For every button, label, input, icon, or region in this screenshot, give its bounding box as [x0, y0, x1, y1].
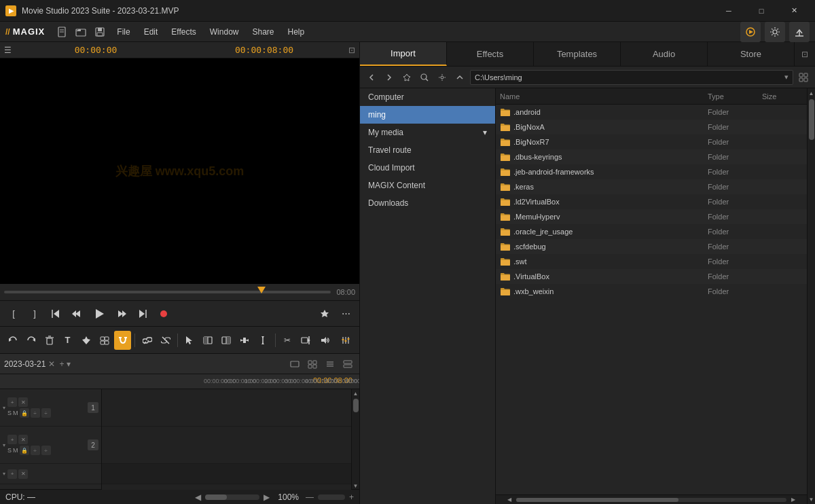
track-lock-1[interactable]: 🔒 — [20, 408, 29, 418]
track-remove-button-3[interactable]: ✕ — [18, 469, 28, 479]
expand-preview-icon[interactable]: ⊡ — [348, 46, 355, 55]
vscroll-up-arrow[interactable]: ▲ — [808, 88, 816, 98]
play-button[interactable] — [88, 303, 110, 325]
track-collapse-1[interactable]: ▾ — [3, 405, 5, 411]
search-browser-button[interactable] — [417, 70, 432, 85]
menu-help[interactable]: Help — [281, 24, 312, 39]
scroll-up-arrow[interactable]: ▲ — [352, 389, 360, 397]
forward-button[interactable] — [382, 70, 397, 85]
link-button[interactable] — [139, 331, 156, 350]
tab-store[interactable]: Store — [708, 42, 795, 66]
menu-share[interactable]: Share — [245, 24, 280, 39]
zoom-in-button[interactable]: + — [349, 492, 354, 502]
settings-icon[interactable] — [765, 22, 785, 42]
publish-icon[interactable] — [740, 22, 761, 42]
tab-close-icon[interactable]: ✕ — [48, 359, 55, 369]
marker-button[interactable] — [77, 331, 94, 350]
scroll-thumb[interactable] — [353, 399, 359, 412]
track-fx-1[interactable]: ÷ — [31, 408, 40, 418]
unlink-button[interactable] — [157, 331, 174, 350]
volume-button[interactable] — [316, 331, 335, 350]
hscroll-track[interactable] — [516, 498, 786, 502]
track-collapse-3[interactable]: ▾ — [3, 471, 5, 477]
mixer-button[interactable] — [336, 331, 355, 350]
redo-button[interactable] — [22, 331, 39, 350]
panel-expand-button[interactable]: ⊡ — [795, 42, 815, 66]
browser-view-toggle[interactable] — [796, 70, 811, 85]
file-row[interactable]: .MemuHyperv Folder — [496, 209, 807, 224]
track-add-button-2[interactable]: + — [7, 435, 17, 444]
nav-downloads[interactable]: Downloads — [360, 194, 495, 212]
tab-templates[interactable]: Templates — [534, 42, 621, 66]
file-row[interactable]: .jeb-android-frameworks Folder — [496, 164, 807, 179]
extra-transport-button[interactable]: ⋯ — [336, 304, 355, 323]
nav-magix-content[interactable]: MAGIX Content — [360, 177, 495, 194]
menu-edit[interactable]: Edit — [137, 24, 165, 39]
file-row[interactable]: .scfdebug Folder — [496, 239, 807, 254]
open-file-icon[interactable] — [72, 23, 90, 41]
menu-effects[interactable]: Effects — [164, 24, 202, 39]
browser-settings-button[interactable] — [435, 70, 450, 85]
file-row[interactable]: .oracle_jre_usage Folder — [496, 224, 807, 239]
file-row[interactable]: .BigNoxR7 Folder — [496, 134, 807, 149]
track-remove-button-2[interactable]: ✕ — [18, 435, 28, 444]
file-row[interactable]: .BigNoxA Folder — [496, 120, 807, 134]
vscroll-thumb[interactable] — [809, 99, 814, 140]
timeline-view-list[interactable] — [323, 357, 338, 372]
menu-window[interactable]: Window — [203, 24, 246, 39]
timeline-view-compact[interactable] — [340, 357, 355, 372]
extra-tool[interactable] — [255, 331, 272, 350]
scrubber-bar[interactable] — [4, 291, 331, 293]
file-row[interactable]: .wxb_weixin Folder — [496, 284, 807, 299]
tab-effects[interactable]: Effects — [447, 42, 534, 66]
col-type-header[interactable]: Type — [708, 92, 762, 101]
hscroll-right-arrow[interactable]: ▶ — [789, 496, 797, 504]
tab-audio[interactable]: Audio — [621, 42, 708, 66]
maximize-button[interactable]: □ — [746, 0, 777, 22]
timeline-tab[interactable]: 2023-03-21 ✕ — [4, 359, 55, 369]
path-dropdown-arrow[interactable]: ▾ — [784, 73, 789, 82]
track-vol-2[interactable]: ÷ — [41, 446, 51, 455]
bracket-in-button[interactable]: [ — [4, 304, 23, 323]
track-mute-1[interactable]: M — [13, 410, 18, 416]
zoom-slider[interactable] — [318, 494, 345, 500]
track-fx-2[interactable]: ÷ — [31, 446, 40, 455]
vscroll-down-arrow[interactable]: ▼ — [808, 494, 816, 504]
menu-file[interactable]: File — [110, 24, 137, 39]
magnet-button[interactable] — [114, 331, 131, 350]
delete-button[interactable] — [41, 331, 58, 350]
cut-button[interactable]: ✂ — [279, 331, 296, 350]
bottom-scrollbar[interactable] — [205, 494, 259, 500]
track-mute-2[interactable]: M — [13, 447, 18, 454]
track-lock-2[interactable]: 🔒 — [20, 446, 29, 455]
track-solo-1[interactable]: S — [7, 410, 12, 416]
new-file-icon[interactable] — [53, 23, 71, 41]
browser-hscrollbar[interactable]: ◀ ▶ — [496, 494, 807, 504]
step-back-button[interactable] — [67, 304, 86, 323]
upload-icon[interactable] — [789, 22, 810, 42]
up-dir-button[interactable] — [452, 70, 467, 85]
scroll-left-arrow[interactable]: ◀ — [195, 492, 201, 502]
fx-button[interactable] — [315, 304, 334, 323]
trim-left-button[interactable] — [200, 331, 217, 350]
undo-button[interactable] — [4, 331, 21, 350]
bookmark-button[interactable] — [399, 70, 414, 85]
browser-vscrollbar[interactable]: ▲ ▼ — [807, 88, 815, 504]
path-bar[interactable]: C:\Users\ming ▾ — [470, 70, 793, 85]
go-to-start-button[interactable] — [46, 304, 65, 323]
col-size-header[interactable]: Size — [762, 92, 803, 101]
nav-ming[interactable]: ming — [360, 106, 495, 124]
nav-my-media[interactable]: My media ▾ — [360, 124, 495, 141]
multicam-button[interactable] — [96, 331, 113, 350]
track-remove-button-1[interactable]: ✕ — [18, 397, 28, 407]
cursor-tool[interactable] — [181, 331, 198, 350]
save-icon[interactable] — [91, 23, 109, 41]
slip-trim-button[interactable] — [236, 331, 253, 350]
trim-right-button[interactable] — [218, 331, 235, 350]
file-row[interactable]: .dbus-keyrings Folder — [496, 149, 807, 164]
col-name-header[interactable]: Name — [500, 92, 708, 101]
scroll-right-arrow[interactable]: ▶ — [264, 492, 270, 502]
timeline-scrollbar[interactable]: ▲ ▼ — [351, 389, 359, 490]
close-button[interactable]: ✕ — [778, 0, 810, 22]
track-solo-2[interactable]: S — [7, 447, 12, 454]
